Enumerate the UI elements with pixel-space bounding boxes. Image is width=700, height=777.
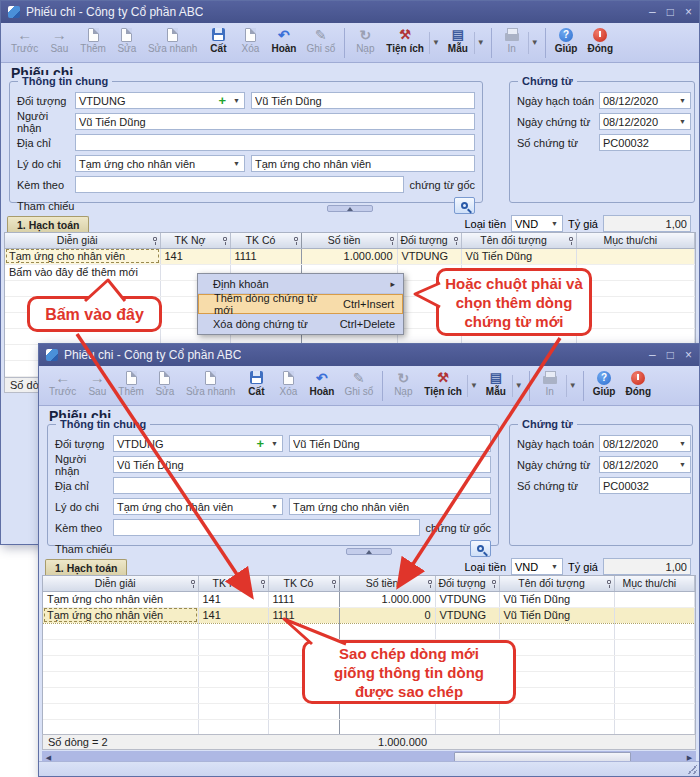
chevron-down-icon[interactable]: ▼	[675, 461, 690, 468]
toolbar-in-button[interactable]: In	[534, 367, 566, 405]
so-chung-tu-field[interactable]	[599, 477, 691, 494]
table-row[interactable]: Tạm ứng cho nhân viên 141 1111 1.000.000…	[43, 591, 695, 607]
kem-theo-field[interactable]	[75, 176, 404, 193]
toolbar-truoc-button[interactable]: ←Trước	[6, 24, 43, 62]
pin-icon[interactable]	[607, 580, 611, 584]
toolbar-giup-button[interactable]: ?Giúp	[588, 367, 621, 405]
close-button[interactable]: ×	[685, 5, 692, 19]
menu-item-dinh-khoan[interactable]: Định khoản ▸	[198, 274, 403, 294]
close-button[interactable]: ×	[685, 348, 692, 362]
pin-icon[interactable]	[294, 237, 298, 241]
chevron-down-icon[interactable]: ▼	[675, 97, 690, 104]
toolbar-cat-button[interactable]: Cất	[202, 24, 234, 62]
nguoi-nhan-field[interactable]	[75, 113, 475, 130]
ngay-chung-tu-picker[interactable]: 08/12/2020▼	[599, 113, 691, 130]
ly-do-chi-field[interactable]	[251, 155, 475, 172]
minimize-button[interactable]: –	[649, 348, 656, 362]
toolbar-dong-button[interactable]: Đóng	[582, 24, 618, 62]
chevron-down-icon[interactable]: ▼	[229, 160, 244, 167]
toolbar-ghi-so-button[interactable]: ✎Ghi sổ	[301, 24, 340, 62]
menu-item-them-dong[interactable]: Thêm dòng chứng từ mới Ctrl+Insert	[198, 294, 403, 314]
toolbar-them-button[interactable]: Thêm	[75, 24, 111, 62]
toolbar-mau-button[interactable]: ▤Mẫu	[442, 24, 474, 62]
toolbar-sua-button[interactable]: Sửa	[149, 367, 181, 405]
ngay-chung-tu-picker[interactable]: 08/12/2020▼	[599, 456, 691, 473]
toolbar-them-button[interactable]: Thêm	[113, 367, 149, 405]
toolbar-sau-button[interactable]: →Sau	[81, 367, 113, 405]
toolbar-in-button[interactable]: In	[496, 24, 528, 62]
ly-do-chi-combo[interactable]: Tạm ứng cho nhân viên ▼	[113, 498, 283, 515]
ly-do-chi-field[interactable]	[289, 498, 491, 515]
col-doi-tuong[interactable]: Đối tượng	[397, 233, 461, 248]
nguoi-nhan-field[interactable]	[113, 456, 491, 473]
collapse-splitter-button[interactable]	[346, 548, 392, 555]
col-muc-thu-chi[interactable]: Mục thu/chi	[614, 576, 695, 591]
pin-icon[interactable]	[428, 580, 432, 584]
chevron-down-icon[interactable]: ▼	[675, 440, 690, 447]
toolbar-sua-nhanh-button[interactable]: Sửa nhanh	[181, 367, 241, 405]
toolbar-hoan-button[interactable]: ↶Hoàn	[304, 367, 339, 405]
col-tk-co[interactable]: TK Có	[230, 233, 301, 248]
pin-icon[interactable]	[332, 580, 336, 584]
pin-icon[interactable]	[454, 237, 458, 241]
doi-tuong-combo[interactable]: VTDUNG + ▼	[75, 92, 245, 109]
ngay-hach-toan-picker[interactable]: 08/12/2020▼	[599, 92, 691, 109]
tab-hach-toan[interactable]: 1. Hạch toán	[7, 216, 89, 232]
pin-icon[interactable]	[390, 237, 394, 241]
pin-icon[interactable]	[492, 580, 496, 584]
col-ten-doi-tuong[interactable]: Tên đối tượng	[499, 576, 614, 591]
dropdown-arrow-icon[interactable]: ▼	[467, 375, 480, 397]
col-tk-no[interactable]: TK Nợ	[198, 576, 268, 591]
toolbar-giup-button[interactable]: ?Giúp	[550, 24, 583, 62]
col-so-tien[interactable]: Số tiền	[301, 233, 397, 248]
table-row[interactable]: Tạm ứng cho nhân viên 141 1111 1.000.000…	[5, 248, 695, 264]
pin-icon[interactable]	[153, 237, 157, 241]
tab-hach-toan[interactable]: 1. Hạch toán	[45, 559, 127, 575]
dropdown-arrow-icon[interactable]: ▼	[512, 375, 525, 397]
pin-icon[interactable]	[261, 580, 265, 584]
chevron-down-icon[interactable]: ▼	[267, 503, 282, 510]
chevron-down-icon[interactable]: ▼	[547, 563, 562, 570]
lookup-button[interactable]	[470, 540, 491, 557]
toolbar-hoan-button[interactable]: ↶Hoàn	[266, 24, 301, 62]
col-tk-no[interactable]: TK Nợ	[160, 233, 230, 248]
pin-icon[interactable]	[223, 237, 227, 241]
rate-field[interactable]	[603, 558, 691, 575]
doi-tuong-name-field[interactable]	[289, 435, 491, 452]
ngay-hach-toan-picker[interactable]: 08/12/2020▼	[599, 435, 691, 452]
chevron-down-icon[interactable]: ▼	[229, 97, 244, 104]
toolbar-nap-button[interactable]: ↻Nạp	[387, 367, 419, 405]
currency-combo[interactable]: VND▼	[511, 558, 563, 575]
col-muc-thu-chi[interactable]: Mục thu/chi	[576, 233, 695, 248]
toolbar-nap-button[interactable]: ↻Nạp	[349, 24, 381, 62]
titlebar[interactable]: Phiếu chi - Công ty Cổ phần ABC – □ ×	[1, 1, 699, 23]
col-dien-giai[interactable]: Diễn giải	[5, 233, 160, 248]
minimize-button[interactable]: –	[649, 5, 656, 19]
collapse-splitter-button[interactable]	[327, 205, 373, 212]
table-row-copied[interactable]: Tạm ứng cho nhân viên 141 1111 0 VTDUNG …	[43, 607, 695, 623]
col-so-tien[interactable]: Số tiền	[339, 576, 435, 591]
doi-tuong-combo[interactable]: VTDUNG + ▼	[113, 435, 283, 452]
chevron-down-icon[interactable]: ▼	[267, 440, 282, 447]
ly-do-chi-combo[interactable]: Tạm ứng cho nhân viên ▼	[75, 155, 245, 172]
resize-grip[interactable]	[687, 764, 697, 774]
toolbar-xoa-button[interactable]: Xóa	[272, 367, 304, 405]
kem-theo-field[interactable]	[113, 519, 420, 536]
doi-tuong-name-field[interactable]	[251, 92, 475, 109]
lookup-button[interactable]	[454, 197, 475, 214]
toolbar-dong-button[interactable]: Đóng	[620, 367, 656, 405]
toolbar-truoc-button[interactable]: ←Trước	[44, 367, 81, 405]
currency-combo[interactable]: VND▼	[511, 215, 563, 232]
menu-item-xoa-dong[interactable]: Xóa dòng chứng từ Ctrl+Delete	[198, 314, 403, 334]
chevron-down-icon[interactable]: ▼	[675, 118, 690, 125]
toolbar-sua-button[interactable]: Sửa	[111, 24, 143, 62]
dropdown-arrow-icon[interactable]: ▼	[566, 375, 579, 397]
maximize-button[interactable]: □	[667, 348, 674, 362]
toolbar-sau-button[interactable]: →Sau	[43, 24, 75, 62]
maximize-button[interactable]: □	[667, 5, 674, 19]
dropdown-arrow-icon[interactable]: ▼	[429, 32, 442, 54]
pin-icon[interactable]	[569, 237, 573, 241]
toolbar-tien-ich-button[interactable]: ⚒Tiện ích	[419, 367, 467, 405]
dia-chi-field[interactable]	[113, 477, 491, 494]
so-chung-tu-field[interactable]	[599, 134, 691, 151]
